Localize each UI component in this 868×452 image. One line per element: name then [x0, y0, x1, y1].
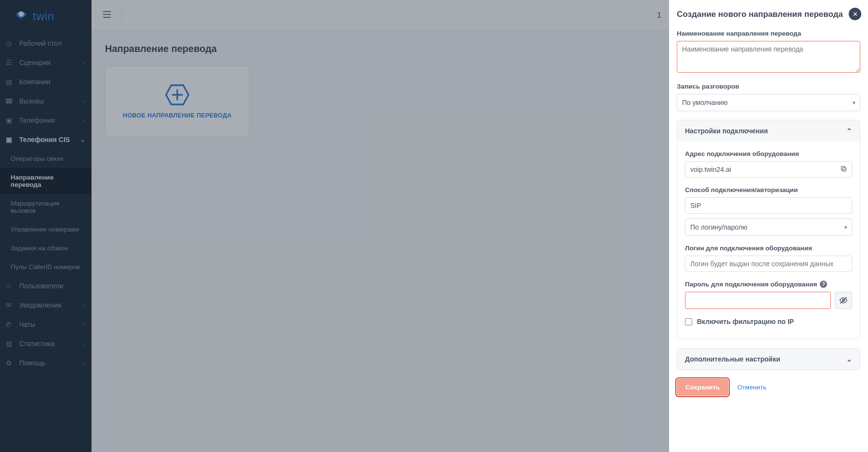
equip-address-label: Адрес подключения оборудования	[685, 150, 852, 157]
copy-icon	[840, 165, 847, 172]
close-icon: ✕	[853, 11, 858, 18]
dashboard-icon: ◷	[5, 39, 13, 47]
chevron-right-icon: ›	[83, 360, 85, 366]
chevron-down-icon: ⌄	[80, 137, 85, 143]
recording-label: Запись разговоров	[677, 83, 860, 90]
name-label: Наименование направления перевода	[677, 30, 860, 37]
drawer-title: Создание нового направления перевода	[677, 10, 860, 19]
telephony-cis-icon: ▣	[5, 136, 13, 143]
logo: twin	[0, 0, 92, 34]
equip-address-field	[685, 161, 852, 178]
auth-mode-select[interactable]: По логину/паролю	[685, 219, 852, 236]
password-input[interactable]	[685, 292, 831, 309]
nav-calls[interactable]: ☎Вызовы›	[0, 91, 92, 111]
svg-rect-2	[842, 168, 846, 171]
ip-filter-row[interactable]: Включить фильтрацию по IP	[685, 318, 852, 325]
svg-point-0	[19, 12, 24, 17]
subnav-number-management[interactable]: Управление номерами	[0, 220, 92, 239]
help-icon[interactable]: ?	[820, 281, 827, 288]
additional-settings-accordion: Дополнительные настройки ⌄	[677, 348, 860, 370]
connection-settings-accordion: Настройки подключения ⌃ Адрес подключени…	[677, 120, 860, 339]
subnav-callerid-pools[interactable]: Пулы CallerID номеров	[0, 258, 92, 276]
telephony-icon: ▣	[5, 116, 13, 124]
nav-telephony[interactable]: ▣Телефония›	[0, 111, 92, 130]
subnav-dial-tasks[interactable]: Задания на обзвон	[0, 239, 92, 258]
nav-statistics[interactable]: ▥Статистика›	[0, 334, 92, 353]
nav-companies[interactable]: ▤Компании	[0, 72, 92, 91]
nav-help[interactable]: ⚙Помощь›	[0, 353, 92, 373]
nav-scenarios[interactable]: ☰Сценарии›	[0, 53, 92, 72]
nav-chats[interactable]: ✆Чаты›	[0, 315, 92, 334]
notifications-icon: ✉	[5, 301, 13, 309]
main-area: 1 Направление перевода НОВОЕ НАПРАВЛЕНИЕ…	[92, 0, 669, 452]
additional-settings-toggle[interactable]: Дополнительные настройки ⌄	[677, 349, 860, 370]
save-button[interactable]: Сохранить	[677, 379, 728, 396]
new-transfer-card[interactable]: НОВОЕ НАПРАВЛЕНИЕ ПЕРЕВОДА	[105, 66, 250, 137]
svg-rect-3	[842, 167, 845, 170]
eye-off-icon	[839, 296, 848, 305]
nav-telephony-cis[interactable]: ▣Телефония CIS⌄	[0, 130, 92, 149]
chevron-right-icon: ›	[83, 60, 85, 65]
chevron-right-icon: ›	[83, 98, 85, 104]
companies-icon: ▤	[5, 78, 13, 86]
subnav-call-routing[interactable]: Маршрутизация вызовов	[0, 194, 92, 220]
ip-filter-checkbox[interactable]	[685, 318, 692, 325]
nav-notifications[interactable]: ✉Уведомления›	[0, 296, 92, 315]
help-icon: ⚙	[5, 359, 13, 367]
subnav-transfer-direction[interactable]: Направление перевода	[0, 168, 92, 194]
new-transfer-label: НОВОЕ НАПРАВЛЕНИЕ ПЕРЕВОДА	[123, 112, 232, 119]
login-label: Логин для подключения оборудования	[685, 245, 852, 252]
chevron-right-icon: ›	[83, 302, 85, 308]
ip-filter-label: Включить фильтрацию по IP	[697, 318, 794, 325]
nav-desktop[interactable]: ◷Рабочий стол	[0, 34, 92, 53]
content: Направление перевода НОВОЕ НАПРАВЛЕНИЕ П…	[92, 31, 669, 150]
nav-users[interactable]: ☺Пользователи	[0, 276, 92, 296]
connection-settings-toggle[interactable]: Настройки подключения ⌃	[677, 120, 860, 142]
divider	[121, 8, 122, 23]
calls-icon: ☎	[5, 97, 13, 105]
logo-icon	[13, 9, 29, 24]
topbar: 1	[92, 0, 669, 31]
cancel-button[interactable]: Отменить	[737, 384, 766, 391]
sidebar-toggle[interactable]	[99, 9, 115, 21]
toggle-password-visibility[interactable]	[835, 292, 852, 309]
chats-icon: ✆	[5, 321, 13, 328]
create-drawer: ✕ Создание нового направления перевода Н…	[669, 0, 868, 452]
subnav-operators[interactable]: Операторы связи	[0, 149, 92, 168]
statistics-icon: ▥	[5, 340, 13, 348]
chevron-right-icon: ›	[83, 341, 85, 347]
close-button[interactable]: ✕	[849, 8, 861, 20]
hex-plus-icon	[165, 84, 189, 105]
auth-method-field	[685, 197, 852, 214]
copy-button[interactable]	[840, 165, 847, 174]
sidebar: twin ◷Рабочий стол ☰Сценарии› ▤Компании …	[0, 0, 92, 452]
chevron-down-icon: ⌄	[846, 355, 852, 363]
auth-method-label: Способ подключения/авторизации	[685, 186, 852, 194]
password-label: Пароль для подключения оборудования ?	[685, 281, 852, 288]
users-icon: ☺	[5, 282, 13, 290]
login-field	[685, 256, 852, 272]
chevron-right-icon: ›	[83, 117, 85, 123]
page-title: Направление перевода	[105, 43, 656, 54]
chevron-up-icon: ⌃	[846, 127, 852, 135]
chevron-right-icon: ›	[83, 322, 85, 327]
page-indicator: 1	[657, 11, 661, 20]
scenarios-icon: ☰	[5, 59, 13, 66]
name-input[interactable]	[677, 41, 860, 73]
recording-select[interactable]: По умолчанию	[677, 94, 860, 111]
logo-text: twin	[33, 10, 54, 23]
hamburger-icon	[103, 11, 111, 18]
